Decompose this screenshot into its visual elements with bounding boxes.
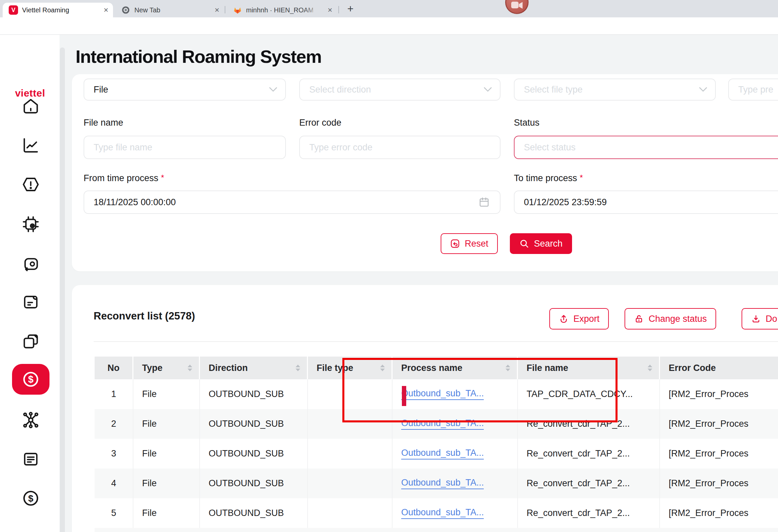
download-label: Do [766,314,777,324]
tab-divider [225,6,225,13]
download-button[interactable]: Do [742,308,778,330]
tab-title: Viettel Roaming [22,6,69,14]
browser-toolbar: Not secure 10.207.252.135:8200/roaming-a… [0,17,778,35]
export-button[interactable]: Export [549,308,609,330]
tab-title: New Tab [134,6,160,14]
page-scrollbar[interactable] [60,48,65,532]
cell-type: File [133,468,200,498]
tab-gitlab[interactable]: minhnh · HIEN_ROAMING · Roa × [227,3,337,17]
network-hub-icon[interactable] [21,410,41,430]
direction-placeholder: Select direction [309,85,371,95]
error-code-label: Error code [299,118,341,128]
gitlab-favicon [233,5,242,15]
file-name-placeholder: Type file name [94,142,152,153]
screenshot-root: V Viettel Roaming × New Tab × minhnh · H… [0,0,778,532]
cell-no: 1 [95,379,133,409]
reset-label: Reset [465,239,488,249]
viettel-favicon: V [9,5,18,15]
report-card-icon[interactable] [21,292,41,312]
cell-error-code: [RM2_Error_Proces [660,498,778,528]
search-button[interactable]: Search [510,233,572,254]
chevron-down-icon [484,87,492,92]
close-tab-icon[interactable]: × [210,3,224,17]
file-name-input[interactable]: Type file name [84,136,286,159]
direction-select[interactable]: Select direction [299,79,500,101]
process-name-link[interactable]: Outbound_sub_TA... [401,477,484,489]
reset-button[interactable]: Reset [441,233,498,254]
cell-direction: OUTBOUND_SUB [200,468,308,498]
status-placeholder: Select status [524,142,576,153]
table-row: 3 File OUTBOUND_SUB Outbound_sub_TA... R… [95,439,778,468]
cell-process-name: Outbound_sub_TA... [392,468,518,498]
change-status-button[interactable]: Change status [625,308,716,330]
tab-new-tab[interactable]: New Tab × [115,3,224,17]
export-label: Export [573,314,600,324]
cell-error-code: [RM2_Error_Proces [660,379,778,409]
filter-card: File Select direction Select file type T… [72,74,778,271]
cell-no: 4 [95,468,133,498]
sidebar-item-billing-active[interactable]: $ [12,364,50,395]
document-lines-icon[interactable] [21,449,41,469]
sort-arrows-icon[interactable] [296,365,300,371]
process-name-link[interactable]: Outbound_sub_TA... [401,507,484,519]
meeting-record-overlay-icon[interactable] [505,0,529,14]
process-name-link[interactable]: Outbound_sub_TA... [401,448,484,459]
column-header-type[interactable]: Type [133,357,200,379]
column-header-direction[interactable]: Direction [200,357,308,379]
cell-direction: OUTBOUND_SUB [200,409,308,439]
column-header-no: No [95,357,133,379]
cell-process-name: Outbound_sub_TA... [392,439,518,468]
sort-arrows-icon[interactable] [187,365,192,371]
object-type-select[interactable]: File [84,79,286,101]
status-select[interactable]: Select status [514,136,778,159]
cell-file-name: Re_convert_cdr_TAP_2... [518,439,660,468]
cell-no: 2 [95,409,133,439]
new-tab-button[interactable]: + [344,2,357,15]
cell-process-name: Outbound_sub_TA... [392,498,518,528]
table-row-partial [95,528,778,532]
error-code-placeholder: Type error code [309,142,373,153]
annotation-caret [402,386,406,406]
search-label: Search [534,239,563,249]
prefix-input[interactable]: Type pre [728,79,778,101]
from-time-label-text: From time process [84,173,158,183]
from-time-value: 18/11/2025 00:00:00 [94,197,176,207]
sort-arrows-icon[interactable] [648,365,652,371]
reset-icon [450,239,460,249]
chevron-down-icon [269,87,277,92]
calendar-icon[interactable] [478,196,490,208]
to-time-input[interactable]: 01/12/2025 23:59:59 [514,190,778,214]
tab-divider [338,6,339,13]
cell-file-type [308,439,392,468]
file-type-placeholder: Select file type [524,85,583,95]
close-tab-icon[interactable]: × [99,3,113,17]
error-code-input[interactable]: Type error code [299,136,500,159]
file-name-label: File name [84,118,124,128]
tab-viettel-roaming[interactable]: V Viettel Roaming × [3,3,113,17]
home-icon[interactable] [21,97,41,116]
cell-type: File [133,379,200,409]
alert-hexagon-icon[interactable] [21,175,41,194]
from-time-input[interactable]: 18/11/2025 00:00:00 [84,190,500,214]
analytics-chart-icon[interactable] [21,136,41,155]
copy-files-icon[interactable] [21,332,41,351]
page-title: International Roaming System [76,46,321,67]
to-time-value: 01/12/2025 23:59:59 [524,197,607,207]
change-status-label: Change status [648,314,707,324]
cell-no: 3 [95,439,133,468]
dollar-circle-icon: $ [21,370,41,389]
cell-error-code: [RM2_Error_Proces [660,468,778,498]
svg-text:$: $ [28,374,33,385]
cpu-settings-icon[interactable] [21,214,41,234]
cell-file-name: Re_convert_cdr_TAP_2... [518,468,660,498]
table-row: 5 File OUTBOUND_SUB Outbound_sub_TA... R… [95,498,778,528]
finance-dollar-icon[interactable]: $ [21,489,41,508]
export-icon [559,314,569,324]
exchange-icon[interactable] [21,254,41,274]
cell-error-code: [RM2_Error_Proces [660,439,778,468]
cell-type: File [133,409,200,439]
file-type-select[interactable]: Select file type [514,79,716,101]
cell-file-type [308,468,392,498]
search-icon [519,239,529,249]
close-tab-icon[interactable]: × [323,3,337,17]
